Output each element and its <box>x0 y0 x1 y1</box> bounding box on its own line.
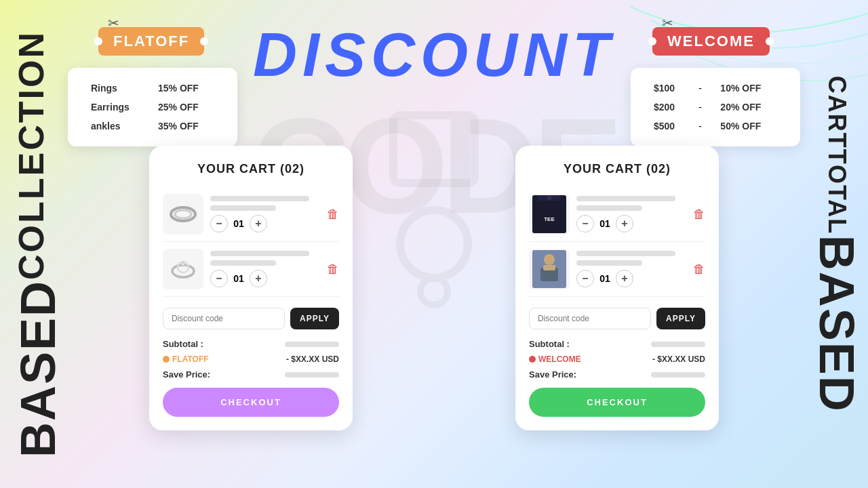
svg-rect-0 <box>393 115 475 183</box>
svg-text:TEE: TEE <box>544 216 555 222</box>
right-discount-table: $100 - 10% OFF $200 - 20% OFF $500 - 50%… <box>631 68 800 146</box>
item-name-bar-w <box>576 251 675 256</box>
right-save-label: Save Price: <box>529 369 576 380</box>
item-image-shirt: TEE <box>529 194 570 235</box>
right-qty-value-2: 01 <box>598 273 612 284</box>
item-name-bar-s <box>576 196 675 201</box>
right-qty-value-1: 01 <box>598 218 612 229</box>
right-subtotal-label: Subtotal : <box>529 339 570 349</box>
right-coupon-row: WELCOME - $XX.XX USD <box>529 354 705 364</box>
left-coupon-row: FLATOFF - $XX.XX USD <box>163 354 339 364</box>
discount-cell: 25% OFF <box>151 98 221 117</box>
left-discount-table: Rings 15% OFF Earrings 25% OFF ankles 35… <box>68 68 237 146</box>
left-subtotal-label: Subtotal : <box>163 339 203 349</box>
side-left-word1: COLLECTION <box>14 30 62 280</box>
svg-point-5 <box>172 265 194 277</box>
left-cart-item-2: − 01 + 🗑 <box>163 242 339 297</box>
right-coupon-price: - $XX.XX USD <box>652 354 705 364</box>
discount-cell: 35% OFF <box>151 117 221 136</box>
item-price-bar <box>210 205 276 211</box>
left-cart-item-1: − 01 + 🗑 <box>163 187 339 242</box>
item-price-bar-w <box>576 260 642 266</box>
qty-decrease-btn-1[interactable]: − <box>210 215 228 232</box>
svg-point-10 <box>547 196 551 200</box>
svg-point-4 <box>175 210 191 218</box>
item-price-bar-2 <box>210 260 276 266</box>
table-row: $100 - 10% OFF <box>647 79 784 98</box>
right-subtotal-section: Subtotal : WELCOME - $XX.XX USD Save Pri… <box>529 339 705 380</box>
item-image-ring1 <box>163 194 203 235</box>
item-cell: Earrings <box>84 98 151 117</box>
svg-point-1 <box>400 210 468 278</box>
left-coupon-tag: FLATOFF <box>163 354 209 364</box>
right-discount-row: APPLY <box>529 308 705 329</box>
left-discount-input[interactable] <box>163 308 285 329</box>
right-delete-item-2-btn[interactable]: 🗑 <box>693 262 705 277</box>
flatoff-label: FLATOFF <box>98 27 204 56</box>
right-apply-btn[interactable]: APPLY <box>656 308 705 329</box>
right-save-row: Save Price: <box>529 369 705 380</box>
qty-value-2: 01 <box>232 273 245 284</box>
flatoff-badge: ✂ FLATOFF <box>98 27 204 56</box>
right-save-bar <box>651 372 705 378</box>
right-subtotal-bar <box>651 342 705 347</box>
right-qty-decrease-btn-1[interactable]: − <box>576 215 594 232</box>
left-save-bar <box>285 372 339 378</box>
right-discount-input[interactable] <box>529 308 651 329</box>
item-price-bar-s <box>576 205 642 211</box>
right-coupon-dot-icon <box>529 356 536 363</box>
qty-increase-btn-1[interactable]: + <box>250 215 267 232</box>
item-info-woman: − 01 + <box>576 251 686 287</box>
left-checkout-btn[interactable]: CHECKOUT <box>163 388 339 417</box>
side-right-word1: CART <box>825 76 849 149</box>
left-discount-row: APPLY <box>163 308 339 329</box>
table-row: $500 - 50% OFF <box>647 117 784 136</box>
right-qty-decrease-btn-2[interactable]: − <box>576 270 594 287</box>
table-row: Rings 15% OFF <box>84 79 221 98</box>
amount-cell: $100 <box>647 79 692 98</box>
qty-value-1: 01 <box>232 218 245 229</box>
sep-cell: - <box>692 79 713 98</box>
welcome-label: WELCOME <box>652 27 770 56</box>
right-cart-title: YOUR CART (02) <box>529 162 705 176</box>
svg-rect-15 <box>543 265 555 270</box>
sep-cell: - <box>692 117 713 136</box>
right-cart-item-2: − 01 + 🗑 <box>529 242 705 297</box>
right-qty-increase-btn-1[interactable]: + <box>616 215 633 232</box>
left-cart-title: YOUR CART (02) <box>163 162 339 176</box>
left-save-row: Save Price: <box>163 369 339 380</box>
item-cell: ankles <box>84 117 151 136</box>
right-cart-item-1: TEE − 01 + 🗑 <box>529 187 705 242</box>
page-title: DISCOUNT <box>253 20 615 90</box>
left-cart-panel: YOUR CART (02) − 01 + 🗑 <box>149 146 353 430</box>
qty-increase-btn-2[interactable]: + <box>250 270 267 287</box>
side-right-word2: TOTAL <box>825 149 849 235</box>
left-subtotal-bar <box>285 342 339 347</box>
side-text-left: COLLECTION BASED <box>14 30 62 458</box>
right-qty-increase-btn-2[interactable]: + <box>616 270 633 287</box>
right-cart-panel: YOUR CART (02) TEE − 01 + <box>515 146 719 430</box>
svg-point-13 <box>544 254 555 265</box>
item-name-bar <box>210 196 309 201</box>
right-coupon-tag: WELCOME <box>529 354 581 364</box>
coupon-dot-icon <box>163 356 170 363</box>
welcome-badge: ✂ WELCOME <box>652 27 770 56</box>
side-text-right: CART TOTAL BASED <box>812 76 861 413</box>
amount-cell: $200 <box>647 98 692 117</box>
delete-item-1-btn[interactable]: 🗑 <box>327 207 339 222</box>
discount-cell: 20% OFF <box>713 98 784 117</box>
discount-cell: 50% OFF <box>713 117 784 136</box>
item-image-woman <box>529 249 570 289</box>
left-apply-btn[interactable]: APPLY <box>290 308 339 329</box>
qty-decrease-btn-2[interactable]: − <box>210 270 228 287</box>
right-delete-item-1-btn[interactable]: 🗑 <box>693 207 705 222</box>
svg-rect-8 <box>532 195 566 233</box>
side-left-word2: BASED <box>14 280 62 458</box>
left-coupon-price: - $XX.XX USD <box>286 354 339 364</box>
sep-cell: - <box>692 98 713 117</box>
item-name-bar-2 <box>210 251 309 256</box>
table-row: $200 - 20% OFF <box>647 98 784 117</box>
table-row: ankles 35% OFF <box>84 117 221 136</box>
right-checkout-btn[interactable]: CHECKOUT <box>529 388 705 417</box>
delete-item-2-btn[interactable]: 🗑 <box>327 262 339 277</box>
